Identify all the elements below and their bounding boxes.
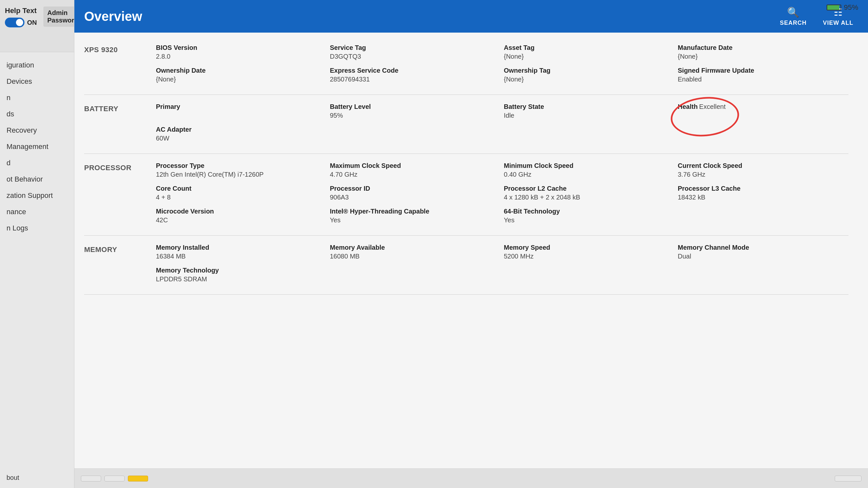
ownership-tag-field: Ownership Tag {None} bbox=[504, 67, 675, 83]
max-clock-label: Maximum Clock Speed bbox=[330, 162, 500, 169]
memory-section-row: MEMORY Memory Installed 16384 MB Memory … bbox=[84, 239, 848, 288]
bios-version-field: BIOS Version 2.8.0 bbox=[156, 44, 327, 60]
bottom-btn-2[interactable] bbox=[104, 476, 125, 482]
sidebar-item-keyboard[interactable]: d bbox=[0, 155, 74, 171]
ac-adapter-value: 60W bbox=[156, 135, 327, 142]
sidebar-item-network[interactable]: n bbox=[0, 90, 74, 106]
sidebar-item-configuration[interactable]: iguration bbox=[0, 57, 74, 73]
service-tag-label: Service Tag bbox=[330, 44, 500, 52]
core-count-value: 4 + 8 bbox=[156, 194, 327, 201]
search-label: SEARCH bbox=[780, 20, 807, 26]
sidebar-item-recovery[interactable]: Recovery bbox=[0, 122, 74, 138]
sidebar-item-maintenance[interactable]: nance bbox=[0, 204, 74, 220]
admin-label: Admin bbox=[47, 9, 67, 17]
empty-field-1 bbox=[678, 208, 848, 224]
current-clock-value: 3.76 GHz bbox=[678, 171, 848, 178]
ownership-tag-value: {None} bbox=[504, 76, 675, 83]
l3-cache-value: 18432 kB bbox=[678, 194, 848, 201]
memory-tech-label: Memory Technology bbox=[156, 267, 327, 274]
min-clock-value: 0.40 GHz bbox=[504, 171, 675, 178]
memory-speed-field: Memory Speed 5200 MHz bbox=[504, 244, 675, 260]
search-button[interactable]: 🔍 SEARCH bbox=[775, 4, 812, 29]
core-count-label: Core Count bbox=[156, 185, 327, 192]
asset-tag-value: {None} bbox=[504, 53, 675, 60]
microcode-value: 42C bbox=[156, 217, 327, 224]
battery-state-label: Battery State bbox=[504, 103, 675, 110]
l2-cache-field: Processor L2 Cache 4 x 1280 kB + 2 x 204… bbox=[504, 185, 675, 201]
toggle-container: ON bbox=[5, 18, 37, 27]
service-tag-value: D3GQTQ3 bbox=[330, 53, 500, 60]
asset-tag-label: Asset Tag bbox=[504, 44, 675, 52]
health-circle: Health Excellent bbox=[678, 103, 848, 110]
health-field: Health Excellent bbox=[678, 103, 848, 119]
max-clock-value: 4.70 GHz bbox=[330, 171, 500, 178]
bottom-btn-right[interactable] bbox=[835, 476, 862, 482]
sidebar-item-passwords[interactable]: ds bbox=[0, 106, 74, 122]
ownership-tag-label: Ownership Tag bbox=[504, 67, 675, 74]
l3-cache-field: Processor L3 Cache 18432 kB bbox=[678, 185, 848, 201]
64bit-label: 64-Bit Technology bbox=[504, 208, 675, 215]
memory-tech-value: LPDDR5 SDRAM bbox=[156, 275, 327, 283]
view-all-label: VIEW ALL bbox=[823, 20, 853, 26]
bottom-bar bbox=[74, 468, 868, 488]
memory-channel-label: Memory Channel Mode bbox=[678, 244, 848, 251]
memory-section: MEMORY Memory Installed 16384 MB Memory … bbox=[84, 239, 848, 295]
processor-id-label: Processor ID bbox=[330, 185, 500, 192]
battery-level-label: Battery Level bbox=[330, 103, 500, 110]
device-section-row: XPS 9320 BIOS Version 2.8.0 Service Tag … bbox=[84, 39, 848, 88]
l2-cache-label: Processor L2 Cache bbox=[504, 185, 675, 192]
content-inner: XPS 9320 BIOS Version 2.8.0 Service Tag … bbox=[74, 33, 868, 304]
manufacture-date-field: Manufacture Date {None} bbox=[678, 44, 848, 60]
bottom-btn-yellow[interactable] bbox=[128, 476, 148, 482]
bios-version-value: 2.8.0 bbox=[156, 53, 327, 60]
hyper-threading-label: Intel® Hyper-Threading Capable bbox=[330, 208, 500, 215]
memory-tech-field: Memory Technology LPDDR5 SDRAM bbox=[156, 267, 327, 283]
battery-level-value: 95% bbox=[330, 112, 500, 119]
asset-tag-field: Asset Tag {None} bbox=[504, 44, 675, 60]
memory-available-value: 16080 MB bbox=[330, 253, 500, 260]
processor-section: PROCESSOR Processor Type 12th Gen Intel(… bbox=[84, 157, 848, 236]
bottom-btn-1[interactable] bbox=[81, 476, 101, 482]
express-service-value: 28507694331 bbox=[330, 76, 500, 83]
memory-fields: Memory Installed 16384 MB Memory Availab… bbox=[156, 244, 848, 283]
hyper-threading-value: Yes bbox=[330, 217, 500, 224]
core-count-field: Core Count 4 + 8 bbox=[156, 185, 327, 201]
battery-state-field: Battery State Idle bbox=[504, 103, 675, 119]
memory-channel-field: Memory Channel Mode Dual bbox=[678, 244, 848, 260]
memory-label: MEMORY bbox=[84, 244, 156, 283]
processor-type-value: 12th Gen Intel(R) Core(TM) i7-1260P bbox=[156, 171, 327, 178]
sidebar-bottom-item[interactable]: bout bbox=[6, 474, 19, 482]
battery-level-field: Battery Level 95% bbox=[330, 103, 500, 119]
64bit-field: 64-Bit Technology Yes bbox=[504, 208, 675, 224]
64bit-value: Yes bbox=[504, 217, 675, 224]
battery-label: BATTERY bbox=[84, 103, 156, 142]
sidebar-item-boot[interactable]: ot Behavior bbox=[0, 171, 74, 188]
sidebar-item-virtualization[interactable]: zation Support bbox=[0, 188, 74, 204]
battery-fields: Primary Battery Level 95% Battery State … bbox=[156, 103, 848, 142]
express-service-label: Express Service Code bbox=[330, 67, 500, 74]
toggle-on-label: ON bbox=[27, 19, 37, 26]
memory-installed-label: Memory Installed bbox=[156, 244, 327, 251]
bios-version-label: BIOS Version bbox=[156, 44, 327, 52]
sidebar-item-logs[interactable]: n Logs bbox=[0, 220, 74, 236]
max-clock-field: Maximum Clock Speed 4.70 GHz bbox=[330, 162, 500, 178]
ownership-date-label: Ownership Date bbox=[156, 67, 327, 74]
content-area[interactable]: XPS 9320 BIOS Version 2.8.0 Service Tag … bbox=[74, 33, 868, 488]
battery-state-value: Idle bbox=[504, 112, 675, 119]
processor-type-field: Processor Type 12th Gen Intel(R) Core(TM… bbox=[156, 162, 327, 178]
page-title: Overview bbox=[84, 9, 142, 24]
help-text-label: Help Text bbox=[5, 6, 36, 15]
min-clock-field: Minimum Clock Speed 0.40 GHz bbox=[504, 162, 675, 178]
main-area: Overview 🔍 SEARCH ☷ VIEW ALL XPS 9320 BI… bbox=[74, 0, 868, 488]
memory-speed-label: Memory Speed bbox=[504, 244, 675, 251]
l2-cache-value: 4 x 1280 kB + 2 x 2048 kB bbox=[504, 194, 675, 201]
header: Overview 🔍 SEARCH ☷ VIEW ALL bbox=[74, 0, 868, 33]
sidebar-item-management[interactable]: Management bbox=[0, 138, 74, 155]
device-name: XPS 9320 bbox=[84, 44, 156, 83]
health-value: Excellent bbox=[699, 103, 725, 110]
sidebar: Help Text ON Admin Password iguration De… bbox=[0, 0, 74, 488]
signed-firmware-field: Signed Firmware Update Enabled bbox=[678, 67, 848, 83]
help-text-toggle[interactable] bbox=[5, 18, 25, 27]
sidebar-item-devices[interactable]: Devices bbox=[0, 73, 74, 90]
battery-bar bbox=[827, 5, 841, 10]
